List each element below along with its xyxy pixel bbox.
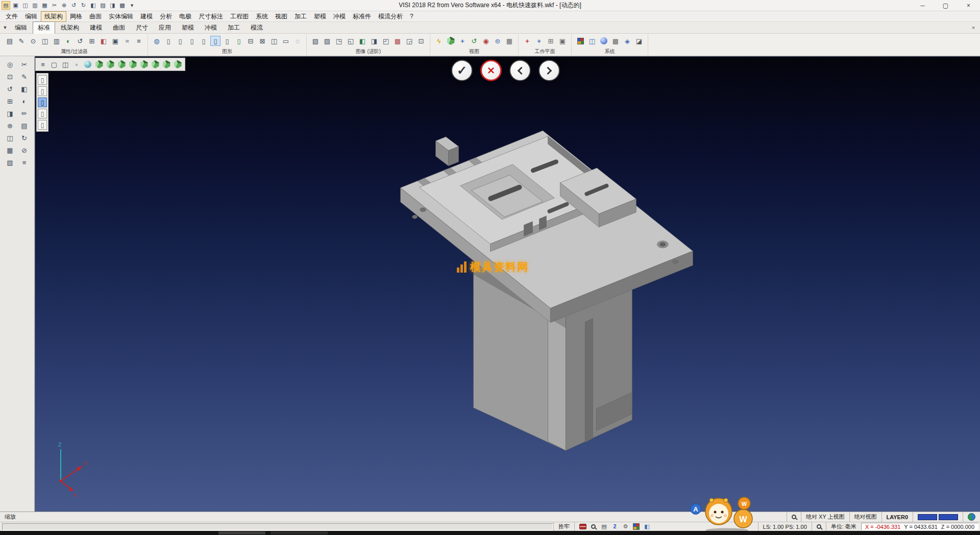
undo-icon[interactable]: ↺: [69, 1, 78, 10]
lock-indicator[interactable]: 拴牢: [553, 522, 574, 531]
maximize-button[interactable]: ▢: [934, 0, 957, 11]
render-settings-icon[interactable]: [599, 36, 609, 46]
menu-analysis[interactable]: 分析: [156, 11, 176, 22]
cube-status-icon[interactable]: ◧: [643, 523, 651, 530]
view-cube-bottom-icon[interactable]: [150, 59, 160, 69]
clipboard-slot-2-icon[interactable]: ▯: [38, 86, 47, 96]
grid-icon[interactable]: ▨: [99, 1, 107, 10]
menu-mesh[interactable]: 网格: [66, 11, 86, 22]
mesh-tool-icon[interactable]: ▦: [4, 144, 16, 156]
view-cube-left-icon[interactable]: [128, 59, 138, 69]
plane-align-icon[interactable]: ▣: [557, 36, 568, 46]
grid-filter-icon[interactable]: ⊞: [87, 36, 97, 46]
menu-system[interactable]: 系统: [252, 11, 272, 22]
box-tool-icon[interactable]: ⊡: [4, 71, 16, 82]
hatch-tool-icon[interactable]: ▧: [4, 157, 16, 168]
menu-dimension[interactable]: 尺寸标注: [195, 11, 227, 22]
box-select-icon[interactable]: ▣: [110, 36, 120, 46]
clipboard-slot-5-icon[interactable]: ▯: [38, 120, 47, 130]
layers-icon[interactable]: ◧: [89, 1, 97, 10]
rotate-view-icon[interactable]: ↺: [469, 36, 479, 46]
half-shade-icon[interactable]: ◧: [357, 36, 368, 46]
menu-standard-parts[interactable]: 标准件: [349, 11, 375, 22]
ghost-icon[interactable]: ◌: [292, 36, 303, 46]
list-filter-icon[interactable]: ≡: [134, 36, 144, 46]
color-palette-icon[interactable]: [575, 36, 585, 46]
view-cube-right-icon[interactable]: [116, 59, 127, 69]
array-tool-icon[interactable]: ⊞: [4, 95, 16, 107]
help-icon[interactable]: 2: [610, 523, 619, 530]
snap-icon[interactable]: ◨: [108, 1, 117, 10]
tab-edit[interactable]: 编辑: [10, 21, 32, 34]
tab-plastic-mold[interactable]: 塑模: [177, 21, 199, 34]
mask-icon[interactable]: ◧: [99, 36, 109, 46]
menu-plastic-mold[interactable]: 塑模: [310, 11, 330, 22]
view-orientation-indicator[interactable]: 绝对 XY 上视图: [801, 512, 849, 522]
cancel-button[interactable]: ×: [480, 60, 502, 81]
modules-icon[interactable]: ◈: [622, 36, 632, 46]
menu-electrode[interactable]: 电极: [176, 11, 195, 22]
display-mode-icon[interactable]: ◪: [634, 36, 644, 46]
shading-icon[interactable]: ▧: [310, 36, 321, 46]
options-icon[interactable]: ▩: [118, 1, 127, 10]
layers-tool-icon[interactable]: ◫: [4, 132, 16, 143]
tab-machining[interactable]: 加工: [223, 21, 245, 34]
pan-icon[interactable]: +: [457, 36, 468, 46]
cut-icon[interactable]: ✂: [50, 1, 59, 10]
tabbar-close-icon[interactable]: ×: [969, 25, 978, 31]
redo-tool-icon[interactable]: ↻: [18, 132, 31, 143]
annotate-tool-icon[interactable]: ✏: [18, 108, 31, 119]
close-button[interactable]: ×: [957, 0, 980, 11]
print-preview-icon[interactable]: ▦: [40, 1, 49, 10]
split-view-icon[interactable]: ◫: [60, 59, 70, 69]
active-style-icon[interactable]: ▯: [210, 36, 220, 46]
duplicate-icon[interactable]: ◫: [269, 36, 279, 46]
delete-graphic-icon[interactable]: ⊠: [257, 36, 267, 46]
viewbar-menu-icon[interactable]: ≡: [38, 59, 48, 69]
quadrant-view-icon[interactable]: ◱: [346, 36, 356, 46]
tabbar-dropdown-icon[interactable]: ▼: [1, 25, 9, 30]
globe-status[interactable]: [963, 512, 980, 522]
clipboard-slot-4-icon[interactable]: ▯: [38, 109, 47, 118]
menu-machining[interactable]: 加工: [291, 11, 310, 22]
view-cube-dimetric-icon[interactable]: [173, 59, 183, 69]
tab-standard[interactable]: 标准: [33, 21, 55, 34]
single-view-icon[interactable]: ▢: [49, 59, 59, 69]
minimize-button[interactable]: ─: [911, 0, 934, 11]
menu-die[interactable]: 冲模: [330, 11, 349, 22]
rotate-tool-icon[interactable]: ↺: [4, 83, 16, 94]
status-search[interactable]: [787, 512, 801, 522]
small-view-icon[interactable]: ▫: [71, 59, 82, 69]
absolute-mode-badge[interactable]: A: [690, 503, 701, 515]
print-status-icon[interactable]: ▤: [600, 523, 608, 530]
shaded-view-icon[interactable]: [83, 59, 93, 69]
layer-color-bar[interactable]: [918, 514, 937, 520]
render-style-icon[interactable]: ◍: [152, 36, 162, 46]
zoom-target-icon[interactable]: ◉: [481, 36, 491, 46]
properties-icon[interactable]: ▤: [5, 36, 15, 46]
refresh-icon[interactable]: ↺: [75, 36, 85, 46]
menu-wireframe[interactable]: 线架构: [41, 11, 66, 22]
menu-surface[interactable]: 曲面: [86, 11, 105, 22]
menu-edit[interactable]: 编辑: [21, 11, 41, 22]
properties-tool-icon[interactable]: ▤: [18, 120, 31, 131]
line-style-icon[interactable]: ▯: [234, 36, 244, 46]
filter-icon[interactable]: ⊙: [28, 36, 38, 46]
ucs-origin-icon[interactable]: +: [522, 36, 532, 46]
menu-modeling[interactable]: 建模: [137, 11, 156, 22]
bounds-icon[interactable]: ▭: [281, 36, 291, 46]
tab-flow[interactable]: 模流: [246, 21, 268, 34]
hide-icon[interactable]: ⊟: [246, 36, 256, 46]
paste-icon[interactable]: ⊕: [60, 1, 68, 10]
line-style-icon[interactable]: ▯: [187, 36, 197, 46]
view-cube-iso-icon[interactable]: [161, 59, 172, 69]
settings-status-icon[interactable]: ⚙: [621, 523, 630, 530]
sketch-tool-icon[interactable]: ✎: [18, 71, 31, 82]
add-point-icon[interactable]: ⊕: [4, 120, 16, 131]
layer-color-bar[interactable]: [939, 514, 958, 520]
tab-die[interactable]: 冲模: [200, 21, 222, 34]
iso-view-icon[interactable]: [446, 36, 456, 46]
next-button[interactable]: [538, 60, 560, 81]
edit-attributes-icon[interactable]: ✎: [16, 36, 27, 46]
curve-filter-icon[interactable]: ≈: [122, 36, 132, 46]
